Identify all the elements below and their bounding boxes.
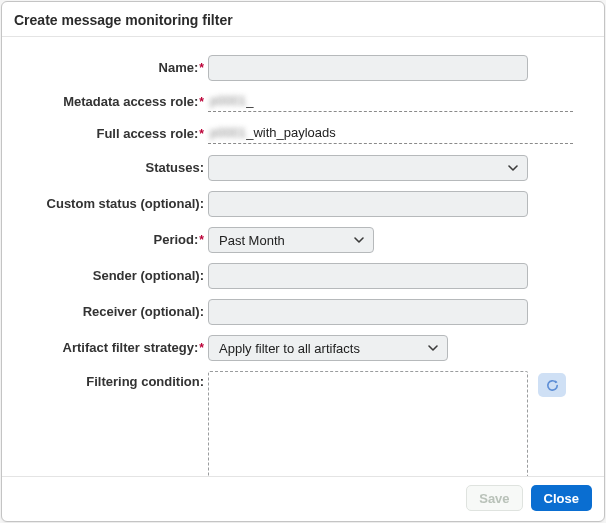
reload-button[interactable] bbox=[538, 373, 566, 397]
filtering-condition-input[interactable] bbox=[208, 371, 528, 476]
period-select[interactable]: Past Month bbox=[208, 227, 374, 253]
chevron-down-icon bbox=[507, 162, 519, 174]
label-statuses: Statuses: bbox=[16, 157, 208, 179]
receiver-input[interactable] bbox=[208, 299, 528, 325]
label-custom-status: Custom status (optional): bbox=[16, 193, 208, 215]
chevron-down-icon bbox=[353, 234, 365, 246]
statuses-select[interactable] bbox=[208, 155, 528, 181]
name-input[interactable] bbox=[208, 55, 528, 81]
label-filtering-condition: Filtering condition: bbox=[16, 371, 208, 393]
modal-body: Name:* Metadata access role:* p0001_ Ful… bbox=[2, 37, 604, 476]
custom-status-input[interactable] bbox=[208, 191, 528, 217]
label-period: Period:* bbox=[16, 229, 208, 251]
label-full-role: Full access role:* bbox=[16, 123, 208, 145]
modal-header: Create message monitoring filter bbox=[2, 2, 604, 37]
chevron-down-icon bbox=[427, 342, 439, 354]
artifact-strategy-value: Apply filter to all artifacts bbox=[219, 341, 360, 356]
artifact-strategy-select[interactable]: Apply filter to all artifacts bbox=[208, 335, 448, 361]
close-button[interactable]: Close bbox=[531, 485, 592, 511]
refresh-icon bbox=[545, 378, 560, 393]
period-value: Past Month bbox=[219, 233, 285, 248]
label-artifact-strategy: Artifact filter strategy:* bbox=[16, 337, 208, 359]
save-button[interactable]: Save bbox=[466, 485, 522, 511]
create-filter-modal: Create message monitoring filter Name:* … bbox=[1, 1, 605, 522]
label-metadata-role: Metadata access role:* bbox=[16, 91, 208, 113]
sender-input[interactable] bbox=[208, 263, 528, 289]
modal-title: Create message monitoring filter bbox=[14, 12, 592, 28]
full-role-input[interactable]: p0001_with_payloads bbox=[208, 124, 573, 144]
label-receiver: Receiver (optional): bbox=[16, 301, 208, 323]
label-name: Name:* bbox=[16, 57, 208, 79]
modal-footer: Save Close bbox=[2, 476, 604, 521]
label-sender: Sender (optional): bbox=[16, 265, 208, 287]
metadata-role-input[interactable]: p0001_ bbox=[208, 92, 573, 112]
